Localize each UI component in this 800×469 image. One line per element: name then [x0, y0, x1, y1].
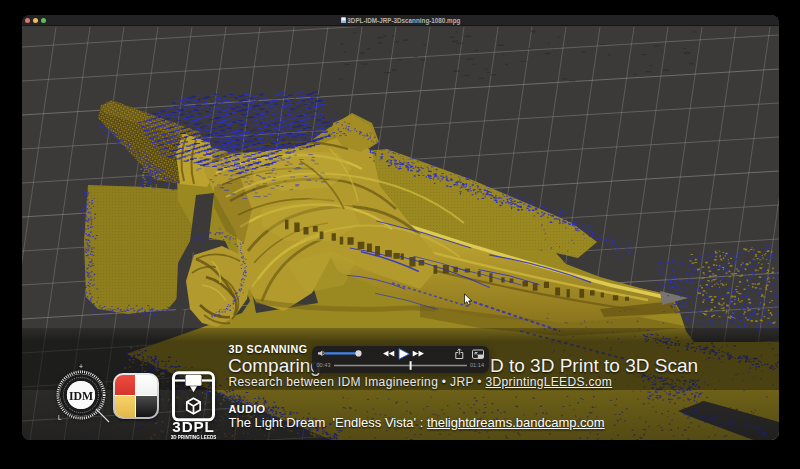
svg-text:01:14: 01:14 — [470, 362, 484, 368]
svg-text:3DPL: 3DPL — [172, 417, 214, 434]
svg-text:IDM: IDM — [69, 388, 93, 402]
svg-text:3D PRINTING LEEDS: 3D PRINTING LEEDS — [171, 434, 217, 439]
svg-text:L: L — [58, 414, 62, 421]
svg-text:00:43: 00:43 — [317, 362, 331, 368]
svg-text:+: + — [79, 362, 83, 369]
